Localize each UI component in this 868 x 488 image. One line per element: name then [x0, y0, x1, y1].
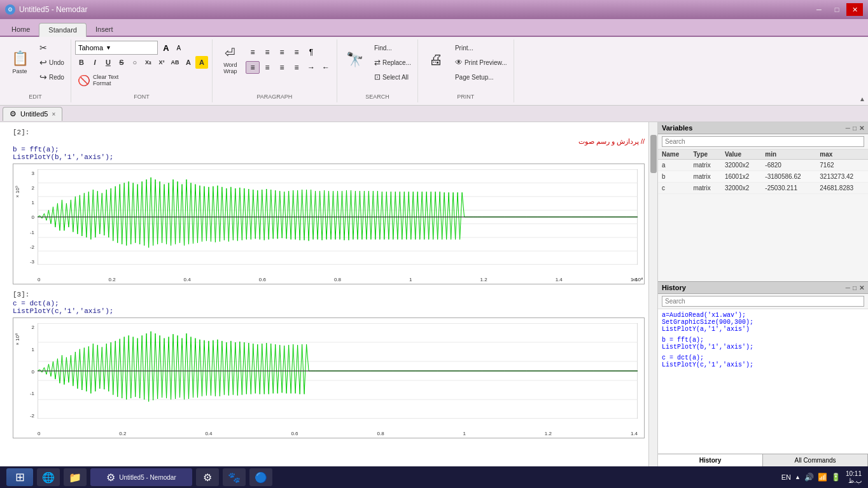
redo-icon: ↪	[39, 72, 47, 82]
variables-table-header: Name Type Value min max	[658, 150, 868, 160]
subscript-button[interactable]: X₂	[142, 56, 155, 69]
italic-button[interactable]: I	[88, 56, 101, 69]
ordered-list2-button[interactable]: ≡	[290, 46, 304, 59]
tab-insert[interactable]: Insert	[87, 23, 122, 36]
period-display: ب.ظ	[846, 477, 862, 484]
replace-button[interactable]: ⇄ Replace...	[372, 55, 414, 69]
font-size-down-button[interactable]: A	[173, 42, 185, 53]
editor[interactable]: [2]: // پردازش و رسم صوت b = fft(a); Lis…	[0, 122, 658, 466]
circle-button[interactable]: ○	[129, 56, 141, 69]
redo-button[interactable]: ↪ Redo	[37, 70, 67, 84]
history-close-btn[interactable]: ✕	[859, 284, 864, 291]
justify-button[interactable]: ≡	[290, 61, 304, 74]
taskbar-settings-btn[interactable]: ⚙	[196, 468, 219, 486]
ie-button[interactable]: 🌐	[37, 468, 60, 486]
unordered-list1-button[interactable]: ≡	[246, 46, 260, 59]
cell-3-code: c = dct(a); ListPlotY(c,'1','axis');	[13, 300, 645, 315]
unordered-list2-button[interactable]: ≡	[260, 46, 274, 59]
paste-button[interactable]: 📋 Paste	[4, 41, 36, 84]
taskbar-browser-btn[interactable]: 🔵	[249, 468, 272, 486]
select-all-button[interactable]: ⊡ Select All	[372, 70, 414, 84]
align-left-button[interactable]: ≡	[246, 61, 260, 74]
underline-button[interactable]: U	[102, 56, 115, 69]
close-button[interactable]: ✕	[846, 3, 863, 16]
print-preview-button[interactable]: 👁 Print Preview...	[452, 55, 510, 69]
font-size-up-button[interactable]: A	[160, 42, 172, 53]
word-wrap-button[interactable]: ⏎ Word Wrap	[216, 41, 244, 79]
var-a-value: 32000x2	[721, 160, 761, 171]
align-right-button[interactable]: ≡	[275, 61, 289, 74]
taskbar-nemodar-button[interactable]: ⚙ Untitled5 - Nemodar	[90, 468, 192, 486]
align-center-button[interactable]: ≡	[260, 61, 274, 74]
pilcrow-button[interactable]: ¶	[304, 46, 318, 59]
taskbar-extra-btn[interactable]: 🐾	[223, 468, 246, 486]
plot2-ytick-1: 1	[32, 347, 34, 352]
doc-tab-untitled5[interactable]: ⚙ Untitled5 ×	[3, 107, 62, 121]
font-color-button[interactable]: A	[182, 56, 195, 69]
clear-text-format-button[interactable]: 🚫 Clear Text Format	[75, 70, 121, 90]
doc-tab-close[interactable]: ×	[52, 111, 55, 118]
ordered-list1-button[interactable]: ≡	[275, 46, 289, 59]
find-button[interactable]: Find...	[372, 41, 414, 55]
editor-scrollbar[interactable]	[648, 122, 657, 466]
table-row: c matrix 32000x2 -25030.211 24681.8283	[658, 183, 868, 194]
history-tab-history[interactable]: History	[658, 454, 763, 466]
plot2-xtick-06: 0.6	[291, 431, 298, 436]
plot-1-container: 3 2 1 0 -1 -2 -3 ×10⁵	[13, 164, 645, 284]
variables-restore-btn[interactable]: □	[853, 125, 857, 132]
print-group: 🖨 Print... 👁 Print Preview... Page Setup…	[418, 39, 514, 102]
highlight-button[interactable]: A	[195, 56, 208, 69]
plot2-xtick-04: 0.4	[205, 431, 212, 436]
plot1-ylabel: ×10⁵	[15, 186, 20, 200]
tab-standard[interactable]: Standard	[39, 23, 87, 37]
variables-minimize-btn[interactable]: ─	[846, 125, 850, 132]
start-button[interactable]: ⊞	[6, 468, 33, 486]
var-a-min: -6820	[761, 160, 816, 171]
caps-button[interactable]: AB	[169, 56, 181, 69]
print-preview-label: Print Preview...	[465, 59, 507, 66]
cell-2-line2: ListPlotY(b,'1','axis');	[13, 153, 113, 161]
plot1-xtick-14: 1.4	[556, 277, 563, 282]
redo-label: Redo	[49, 74, 64, 81]
history-restore-btn[interactable]: □	[853, 284, 857, 291]
maximize-button[interactable]: □	[829, 3, 845, 16]
ribbon-collapse-arrow[interactable]: ▲	[859, 95, 865, 102]
history-tab-all[interactable]: All Commands	[763, 454, 868, 466]
variables-search-input[interactable]	[662, 136, 864, 147]
indent-left-button[interactable]: ←	[319, 61, 333, 74]
minimize-button[interactable]: ─	[811, 3, 827, 16]
find-label: Find...	[374, 45, 392, 52]
tab-home[interactable]: Home	[3, 23, 39, 36]
binoculars-button[interactable]: 🔭	[341, 41, 369, 79]
scrollbar-thumb[interactable]	[650, 135, 657, 173]
history-entry-3: c = dct(a); ListPlotY(c,'1','axis');	[662, 354, 864, 368]
plot1-xlabel: ×10⁴	[632, 277, 643, 282]
paragraph-group-content: ⏎ Word Wrap ≡ ≡ ≡ ≡ ¶ ≡ ≡ ≡ ≡	[216, 41, 333, 92]
print-button[interactable]: Print...	[452, 41, 510, 55]
cell-2-label: [2]:	[13, 129, 645, 136]
variables-close-btn[interactable]: ✕	[859, 125, 864, 132]
history-entry-2: b = fft(a); ListPlotY(b,'1','axis');	[662, 337, 864, 351]
bold-button[interactable]: B	[75, 56, 88, 69]
superscript-button[interactable]: X²	[155, 56, 168, 69]
taskbar-app-icon: ⚙	[106, 471, 115, 484]
indent-right-button[interactable]: →	[304, 61, 318, 74]
plot2-ytick-0: 0	[32, 369, 34, 375]
page-setup-button[interactable]: Page Setup...	[452, 70, 510, 84]
strikethrough-button[interactable]: S	[115, 56, 128, 69]
folder-button[interactable]: 📁	[64, 468, 87, 486]
window-controls: ─ □ ✕	[811, 3, 863, 16]
plot1-ytick-2: 2	[32, 185, 34, 191]
undo-button[interactable]: ↩ Undo	[37, 55, 67, 69]
history-line-3: ListPlotY(a,'1','axis')	[662, 326, 750, 333]
font-selector[interactable]: Tahoma ▼	[75, 41, 158, 55]
cut-button[interactable]: ✂	[37, 41, 67, 55]
undo-icon: ↩	[39, 57, 47, 67]
cut-icon: ✂	[39, 43, 47, 53]
folder-icon: 📁	[69, 471, 81, 484]
cell-2-rtl-comment: // پردازش و رسم صوت	[13, 137, 645, 146]
print-big-button[interactable]: 🖨	[422, 41, 450, 79]
history-search-input[interactable]	[662, 296, 864, 307]
var-b-type: matrix	[689, 171, 720, 183]
history-minimize-btn[interactable]: ─	[846, 284, 850, 291]
